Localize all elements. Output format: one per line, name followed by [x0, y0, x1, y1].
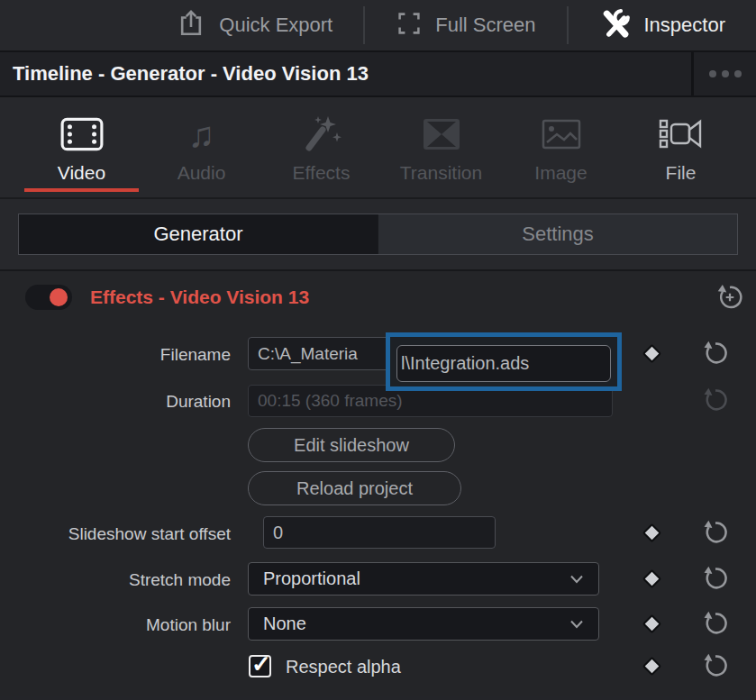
transition-tab-icon — [420, 114, 463, 155]
tab-image-label: Image — [534, 162, 587, 184]
quick-export-button[interactable]: Quick Export — [145, 0, 363, 50]
ellipsis-icon — [734, 70, 742, 77]
full-screen-button[interactable]: Full Screen — [365, 0, 566, 50]
tab-effects[interactable]: Effects — [261, 97, 381, 197]
fullscreen-icon — [396, 10, 423, 41]
stretch-mode-label: Stretch mode — [0, 570, 231, 590]
tab-video[interactable]: Video — [22, 97, 141, 197]
filename-reset-icon[interactable] — [702, 340, 729, 367]
respect-alpha-keyframe-diamond-icon[interactable] — [642, 657, 661, 676]
inspector-tools-icon — [599, 7, 632, 43]
image-tab-icon — [539, 114, 584, 155]
duration-reset-icon — [702, 386, 729, 414]
generator-properties-panel: Effects - Video Vision 13 Filename C:\A_… — [0, 271, 756, 696]
chevron-down-icon — [569, 620, 584, 629]
respect-alpha-checkbox[interactable]: ✓ — [249, 655, 271, 677]
tab-transition[interactable]: Transition — [381, 97, 501, 197]
page-title: Timeline - Generator - Video Vision 13 — [0, 52, 691, 95]
filename-tooltip-overlay: l\Integration.ads — [386, 332, 622, 391]
tab-effects-label: Effects — [293, 162, 351, 184]
stretch-reset-icon[interactable] — [702, 565, 729, 592]
respect-alpha-reset-icon[interactable] — [702, 652, 729, 679]
ellipsis-icon — [722, 70, 729, 77]
inspector-tabs: Video ♫ Audio Effects — [0, 97, 756, 199]
check-icon: ✓ — [251, 650, 271, 678]
respect-alpha-label: Respect alpha — [286, 657, 401, 677]
inspector-label: Inspector — [644, 14, 726, 37]
subtab-row: Generator Settings — [0, 199, 756, 271]
section-title: Effects - Video Vision 13 — [90, 286, 309, 308]
toggle-knob — [50, 288, 68, 306]
file-tab-icon — [657, 114, 706, 155]
edit-slideshow-button[interactable]: Edit slideshow — [248, 428, 455, 462]
slideshow-start-offset-input[interactable]: 0 — [263, 516, 496, 549]
chevron-down-icon — [569, 575, 584, 584]
audio-tab-icon: ♫ — [188, 114, 215, 155]
filename-tooltip-value: l\Integration.ads — [396, 345, 611, 382]
reload-project-button[interactable]: Reload project — [248, 471, 461, 505]
motion-blur-reset-icon[interactable] — [702, 610, 729, 637]
tab-file[interactable]: File — [621, 97, 741, 197]
effects-tab-icon — [299, 114, 344, 155]
tab-transition-label: Transition — [400, 162, 482, 184]
ellipsis-icon — [709, 70, 716, 77]
tab-audio-label: Audio — [178, 162, 226, 184]
video-tab-icon — [59, 114, 105, 155]
motion-blur-dropdown[interactable]: None — [248, 607, 599, 641]
active-tab-underline — [24, 188, 139, 192]
slideshow-start-offset-label: Slideshow start offset — [0, 524, 231, 544]
filename-keyframe-diamond-icon[interactable] — [642, 344, 661, 363]
reset-all-icon[interactable] — [715, 283, 742, 310]
offset-keyframe-diamond-icon[interactable] — [642, 523, 661, 542]
quick-export-label: Quick Export — [219, 14, 332, 37]
subtab-settings[interactable]: Settings — [378, 214, 737, 254]
full-screen-label: Full Screen — [435, 14, 535, 37]
offset-reset-icon[interactable] — [702, 519, 729, 546]
inspector-panel-window: Quick Export Full Screen — [0, 0, 756, 700]
duration-label: Duration — [0, 392, 231, 412]
motion-blur-label: Motion blur — [0, 615, 231, 635]
title-bar: Timeline - Generator - Video Vision 13 — [0, 52, 756, 97]
motion-blur-keyframe-diamond-icon[interactable] — [642, 614, 661, 633]
tab-file-label: File — [666, 162, 697, 184]
generator-settings-switch: Generator Settings — [18, 214, 738, 255]
effects-enable-toggle[interactable] — [25, 285, 72, 310]
subtab-generator[interactable]: Generator — [19, 214, 378, 254]
top-toolbar: Quick Export Full Screen — [0, 0, 756, 52]
filename-label: Filename — [0, 345, 231, 365]
inspector-button[interactable]: Inspector — [569, 0, 756, 50]
tab-audio[interactable]: ♫ Audio — [141, 97, 261, 197]
tab-video-label: Video — [58, 162, 105, 184]
stretch-keyframe-diamond-icon[interactable] — [642, 569, 661, 588]
export-icon — [176, 8, 206, 42]
stretch-mode-dropdown[interactable]: Proportional — [248, 562, 599, 595]
overflow-menu-button[interactable] — [691, 52, 756, 95]
tab-image[interactable]: Image — [501, 97, 621, 197]
